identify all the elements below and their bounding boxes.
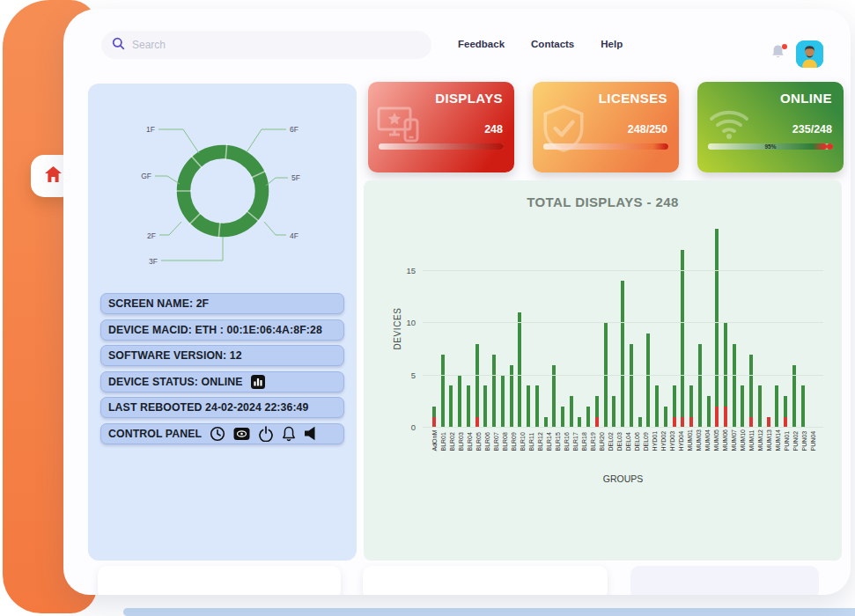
- bar-segment-online: [449, 385, 453, 428]
- x-tick-label: DEL09: [644, 429, 647, 451]
- bar-segment-online: [749, 355, 753, 417]
- gridline: [423, 427, 823, 428]
- bar-BLR07: [492, 355, 496, 428]
- bar-MUM03: [689, 385, 693, 428]
- x-tick-label: BLR03: [459, 429, 462, 451]
- stat-card-online[interactable]: ONLINE235/24895%: [697, 82, 844, 172]
- nav-help[interactable]: Help: [601, 39, 623, 49]
- search-bar[interactable]: [101, 31, 431, 59]
- search-input[interactable]: [132, 39, 421, 51]
- x-tick-label: HYD04: [679, 429, 682, 451]
- bar-BLR05: [475, 344, 479, 428]
- bar-segment-online: [673, 385, 676, 417]
- bar-segment-online: [724, 323, 727, 407]
- bar-segment-online: [501, 375, 505, 428]
- bar-MUM07: [724, 323, 727, 428]
- chart-plot-area: 051015: [423, 220, 823, 428]
- stat-card-licenses[interactable]: LICENSES248/250: [533, 82, 679, 172]
- bar-MUM11: [741, 385, 744, 428]
- bar-segment-online: [681, 250, 684, 417]
- avatar-image: [796, 40, 823, 68]
- x-tick-label: BLR02: [450, 429, 453, 451]
- x-tick-label: BLR04: [468, 429, 471, 451]
- bar-MUM06: [715, 229, 719, 428]
- floor-label: 2F: [147, 231, 156, 240]
- bar-segment-online: [475, 344, 479, 417]
- power-icon[interactable]: [258, 426, 274, 442]
- bar-BLR04: [467, 385, 470, 428]
- bar-DEL03: [612, 396, 615, 428]
- x-tick-label: HYD02: [661, 429, 665, 451]
- bar-BLR03: [458, 375, 461, 428]
- x-tick-label: BLR11: [529, 429, 533, 451]
- bar-DEL02: [604, 323, 608, 428]
- bar-segment-online: [595, 396, 599, 417]
- bar-segment-online: [467, 385, 470, 428]
- bar-segment-online: [689, 385, 693, 417]
- bar-segment-online: [707, 396, 711, 428]
- chart-x-tick-labels: AdOnMBLR01BLR02BLR03BLR04BLR05BLR06BLR07…: [432, 429, 814, 451]
- bar-segment-online: [458, 375, 461, 428]
- x-tick-label: MUM03: [697, 429, 700, 451]
- bar-BLR10: [518, 312, 521, 428]
- screen-capture-icon[interactable]: [233, 427, 250, 441]
- x-tick-label: PUN02: [793, 429, 797, 451]
- x-tick-label: BLR19: [591, 429, 594, 451]
- bell-icon[interactable]: [282, 426, 296, 442]
- stat-card-title: ONLINE: [709, 91, 832, 106]
- x-tick-label: AdOnM: [432, 429, 436, 451]
- bar-segment-online: [518, 312, 521, 428]
- floor-label: 1F: [146, 125, 155, 134]
- floor-label: 4F: [290, 231, 299, 240]
- header-nav: FeedbackContactsHelp: [458, 39, 623, 49]
- bar-segment-online: [630, 344, 633, 428]
- x-tick-label: BLR06: [485, 429, 489, 451]
- x-tick-label: DEL06: [635, 429, 638, 451]
- nav-feedback[interactable]: Feedback: [458, 39, 505, 49]
- bar-segment-online: [483, 385, 487, 428]
- x-tick-label: DEL04: [626, 429, 630, 451]
- bar-MUM01: [681, 250, 684, 428]
- notifications-button[interactable]: [770, 44, 788, 62]
- bar-segment-online: [432, 407, 436, 417]
- bar-AdOnM: [432, 407, 436, 428]
- info-row-text: SCREEN NAME: 2F: [108, 297, 209, 310]
- stat-card-title: LICENSES: [544, 91, 667, 106]
- user-avatar[interactable]: [796, 40, 823, 68]
- x-tick-label: MUM06: [723, 429, 726, 451]
- x-tick-label: MUM01: [688, 429, 691, 451]
- bar-segment-online: [441, 355, 445, 428]
- bar-segment-online: [801, 385, 805, 428]
- stat-card-displays[interactable]: DISPLAYS248: [368, 82, 514, 172]
- x-tick-label: BLR07: [494, 429, 498, 451]
- floor-label: 3F: [149, 257, 158, 266]
- x-tick-label: DEL02: [608, 429, 612, 451]
- main-card: FeedbackContactsHelp 1F6FGF5F2F4F3F SCRE…: [63, 9, 851, 595]
- x-tick-label: MUM04: [705, 429, 709, 451]
- info-row: DEVICE MACID: ETH : 00:1E:06:4A:8F:28: [100, 319, 344, 341]
- bar-segment-online: [586, 407, 590, 428]
- floor-label: GF: [141, 172, 151, 180]
- x-tick-label: DEL03: [617, 429, 621, 451]
- bar-chart-icon[interactable]: [251, 375, 265, 389]
- chart-bars: [432, 220, 805, 428]
- nav-contacts[interactable]: Contacts: [531, 39, 574, 49]
- info-row-text: SOFTWARE VERSION: 12: [108, 349, 242, 362]
- x-tick-label: PUN01: [785, 429, 788, 451]
- x-tick-label: MUM10: [741, 429, 744, 451]
- gridline: [423, 322, 823, 323]
- bar-segment-online: [758, 385, 762, 428]
- bar-BLR02: [449, 385, 453, 428]
- bar-BLR16: [561, 407, 564, 428]
- x-tick-label: MUM05: [714, 429, 718, 451]
- hidden-card: [363, 566, 608, 595]
- clock-icon[interactable]: [210, 426, 225, 442]
- gridline: [423, 270, 823, 271]
- bar-HYD02: [655, 385, 659, 428]
- speaker-icon[interactable]: [304, 426, 316, 441]
- bar-BLR20: [595, 396, 599, 428]
- stat-card-progress: [543, 143, 668, 150]
- bar-segment-online: [535, 385, 539, 428]
- x-tick-label: HYD01: [652, 429, 656, 451]
- info-row: SCREEN NAME: 2F: [100, 293, 344, 314]
